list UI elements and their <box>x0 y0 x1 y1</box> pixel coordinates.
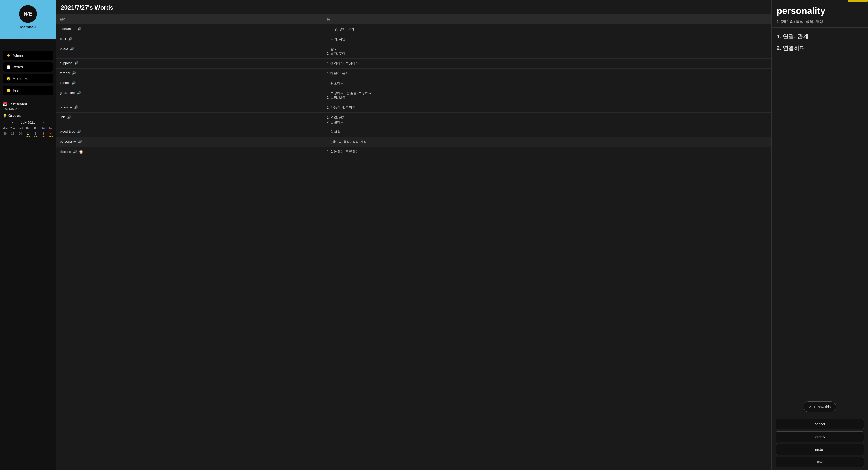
quiz-word: personality <box>777 6 863 16</box>
last-tested-date: 2021/07/27 <box>3 107 53 111</box>
cal-day-28[interactable]: 28 <box>2 131 9 138</box>
word-text: personality <box>60 139 76 144</box>
words-icon: 📋 <box>6 65 11 69</box>
words-table: 단어 뜻 instrument🔊1. 도구, 장치, 악기past🔊1. 과거,… <box>56 14 771 157</box>
sound-icon[interactable]: 🔊 <box>77 91 81 95</box>
table-row[interactable]: place🔊1. 장소2. 놓다, 두다 <box>56 44 771 59</box>
grades-title: 💡 Grades <box>0 114 56 118</box>
i-know-label: I know this <box>814 405 831 409</box>
calendar: « ‹ July 2021 › » Mon Tue Wed Thu Fri Sa… <box>0 120 56 141</box>
sidebar: WE Marshall ⚡ Admin 📋 Words 😵 Memorize 😕… <box>0 0 56 470</box>
cal-day-4[interactable]: 4100 <box>47 131 54 138</box>
word-text: suppose <box>60 61 72 65</box>
i-know-button[interactable]: ✓ I know this <box>804 402 836 412</box>
sound-icon[interactable]: 🔊 <box>78 139 82 144</box>
sound-icon[interactable]: 🔊 <box>77 130 81 133</box>
dow-fri: Fri <box>32 126 39 131</box>
word-cell: discuss🔊🏠 <box>60 150 319 154</box>
cal-score-3: 100 <box>40 135 47 137</box>
right-panel: personality 1. (개인의) 특성, 성격, 개성 1. 연결, 관… <box>772 0 868 470</box>
meaning-cell: 1. 가능한, 있음직한 <box>323 103 771 113</box>
check-icon: ✓ <box>809 405 812 409</box>
dow-sun: Sun <box>47 126 54 131</box>
trans-line-1: 1. 연결, 관계 <box>777 33 863 40</box>
meaning-cell: 1. 보장하다, (품질을) 보증하다2. 보장, 보증 <box>323 88 771 103</box>
cal-day-30[interactable]: 30 <box>17 131 24 138</box>
cal-day-29[interactable]: 29 <box>9 131 16 138</box>
word-cell: guarantee🔊 <box>60 91 319 95</box>
col-meaning: 뜻 <box>323 14 771 24</box>
word-cell: past🔊 <box>60 37 319 41</box>
word-cell: suppose🔊 <box>60 61 319 65</box>
table-row[interactable]: instrument🔊1. 도구, 장치, 악기 <box>56 24 771 34</box>
cal-month: July 2021 <box>21 121 35 124</box>
nav-btn-admin[interactable]: ⚡ Admin <box>3 51 53 60</box>
sidebar-nav: ⚡ Admin 📋 Words 😵 Memorize 😕 Test <box>0 47 56 99</box>
sound-icon[interactable]: 🔊 <box>73 150 77 154</box>
sound-icon[interactable]: 🔊 <box>67 115 71 119</box>
word-cell: link🔊 <box>60 115 319 119</box>
table-row[interactable]: suppose🔊1. 생각하다, 추정하다 <box>56 59 771 68</box>
answer-btn-install[interactable]: install <box>776 444 864 455</box>
table-row[interactable]: possible🔊1. 가능한, 있음직한 <box>56 103 771 113</box>
word-text: blood type <box>60 130 75 133</box>
words-label: Words <box>13 65 23 69</box>
cal-header: « ‹ July 2021 › » <box>2 120 54 124</box>
main-content: 2021/7/27's Words 단어 뜻 instrument🔊1. 도구,… <box>56 0 772 470</box>
table-row[interactable]: cancel🔊1. 취소하다 <box>56 79 771 88</box>
admin-icon: ⚡ <box>6 53 11 57</box>
quiz-header: personality 1. (개인의) 특성, 성격, 개성 <box>772 2 868 28</box>
cal-score-2: 100 <box>32 135 39 137</box>
table-row[interactable]: past🔊1. 과거, 지난 <box>56 34 771 44</box>
word-cell: possible🔊 <box>60 105 319 109</box>
nav-btn-words[interactable]: 📋 Words <box>3 62 53 72</box>
memorize-label: Memorize <box>13 76 28 81</box>
wave-divider <box>0 39 56 47</box>
cal-next[interactable]: › <box>43 120 44 124</box>
cal-prev[interactable]: ‹ <box>12 120 13 124</box>
answer-btn-terribly[interactable]: terribly <box>776 432 864 442</box>
test-label: Test <box>13 88 19 92</box>
table-row[interactable]: terribly🔊1. 대단히, 몹시 <box>56 68 771 79</box>
word-text: terribly <box>60 71 70 75</box>
cal-day-1[interactable]: 1100 <box>24 131 31 138</box>
sound-icon[interactable]: 🔊 <box>74 61 79 65</box>
sound-icon[interactable]: 🔊 <box>68 37 72 41</box>
calendar-icon: 📅 <box>3 102 7 106</box>
nav-btn-test[interactable]: 😕 Test <box>3 86 53 95</box>
dow-tue: Tue <box>9 126 16 131</box>
cal-next-next[interactable]: » <box>51 120 53 124</box>
word-cell: place🔊 <box>60 47 319 51</box>
sound-icon[interactable]: 🔊 <box>71 81 75 85</box>
word-text: possible <box>60 105 72 109</box>
answer-btn-link[interactable]: link <box>776 457 864 467</box>
sound-icon[interactable]: 🔊 <box>72 71 76 75</box>
cal-prev-prev[interactable]: « <box>3 120 5 124</box>
trans-line-2: 2. 연결하다 <box>777 44 863 52</box>
word-cell: instrument🔊 <box>60 27 319 31</box>
word-cell: blood type🔊 <box>60 130 319 133</box>
word-cell: terribly🔊 <box>60 71 319 75</box>
cal-score-4: 100 <box>47 135 54 137</box>
sound-icon[interactable]: 🔊 <box>74 105 78 109</box>
table-row[interactable]: blood type🔊1. 혈액형 <box>56 127 771 137</box>
word-text: cancel <box>60 81 69 85</box>
table-row[interactable]: discuss🔊🏠1. 의논하다, 토론하다 <box>56 147 771 157</box>
cal-grid: Mon Tue Wed Thu Fri Sat Sun 28 29 30 110… <box>2 126 54 138</box>
table-row[interactable]: personality🔊1. (개인의) 특성, 성격, 개성 <box>56 137 771 147</box>
word-table: 단어 뜻 instrument🔊1. 도구, 장치, 악기past🔊1. 과거,… <box>56 14 771 470</box>
cal-day-2[interactable]: 2100 <box>32 131 39 138</box>
meaning-cell: 1. 의논하다, 토론하다 <box>323 147 771 157</box>
table-row[interactable]: guarantee🔊1. 보장하다, (품질을) 보증하다2. 보장, 보증 <box>56 88 771 103</box>
dow-mon: Mon <box>2 126 9 131</box>
word-text: guarantee <box>60 91 75 95</box>
sound-icon[interactable]: 🔊 <box>70 47 74 51</box>
table-row[interactable]: link🔊1. 연결, 관계2. 연결하다 <box>56 113 771 127</box>
answer-btn-cancel[interactable]: cancel <box>776 419 864 429</box>
quiz-answers: cancelterriblyinstalllink <box>772 416 868 470</box>
cal-day-3[interactable]: 3100 <box>40 131 47 138</box>
home-icon[interactable]: 🏠 <box>79 150 83 154</box>
dow-wed: Wed <box>17 126 24 131</box>
sound-icon[interactable]: 🔊 <box>78 27 82 31</box>
nav-btn-memorize[interactable]: 😵 Memorize <box>3 74 53 84</box>
